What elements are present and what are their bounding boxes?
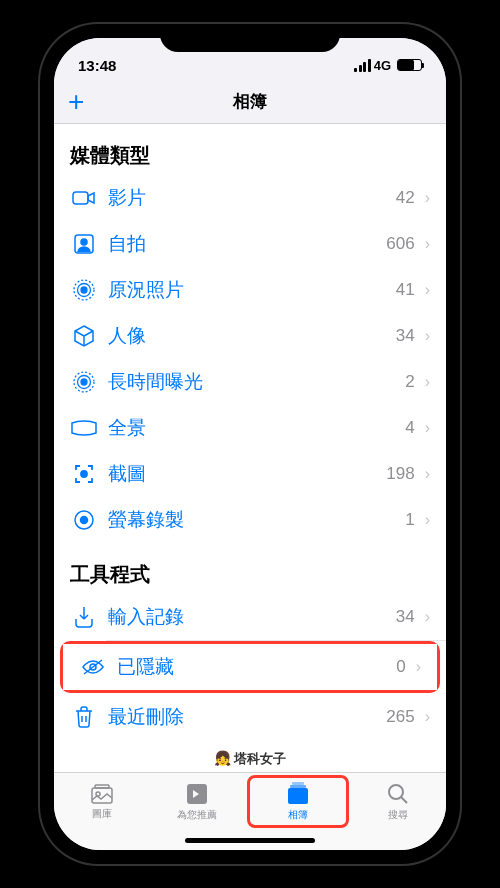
- phone-frame: 13:48 4G + 相簿 媒體類型 影片 42 › 自拍 606: [40, 24, 460, 864]
- chevron-right-icon: ›: [425, 608, 430, 626]
- section-header-utilities: 工具程式: [54, 543, 446, 594]
- notch: [160, 24, 340, 52]
- svg-rect-18: [288, 788, 308, 804]
- chevron-right-icon: ›: [425, 419, 430, 437]
- item-label: 截圖: [108, 461, 386, 487]
- chevron-right-icon: ›: [416, 658, 421, 676]
- svg-rect-0: [73, 192, 88, 204]
- tab-label: 相簿: [288, 808, 308, 822]
- media-item-videos[interactable]: 影片 42 ›: [54, 175, 446, 221]
- status-right: 4G: [354, 58, 422, 73]
- hidden-icon: [79, 658, 107, 676]
- item-label: 影片: [108, 185, 396, 211]
- panorama-icon: [70, 420, 98, 436]
- highlight-hidden: 已隱藏 0 ›: [60, 641, 440, 693]
- item-count: 4: [405, 418, 414, 438]
- item-count: 265: [386, 707, 414, 727]
- chevron-right-icon: ›: [425, 511, 430, 529]
- svg-rect-19: [290, 785, 306, 788]
- tab-foryou[interactable]: 為您推薦: [150, 773, 246, 830]
- watermark-icon: 👧: [214, 750, 231, 766]
- phone-screen: 13:48 4G + 相簿 媒體類型 影片 42 › 自拍 606: [54, 38, 446, 850]
- library-icon: [88, 783, 116, 805]
- albums-icon: [285, 782, 311, 806]
- item-count: 0: [396, 657, 405, 677]
- item-count: 2: [405, 372, 414, 392]
- add-button[interactable]: +: [68, 86, 84, 118]
- svg-line-22: [401, 797, 407, 803]
- nav-bar: + 相簿: [54, 80, 446, 124]
- chevron-right-icon: ›: [425, 327, 430, 345]
- item-label: 全景: [108, 415, 405, 441]
- item-label: 原況照片: [108, 277, 396, 303]
- item-count: 606: [386, 234, 414, 254]
- tab-library[interactable]: 圖庫: [54, 773, 150, 830]
- live-photo-icon: [70, 279, 98, 301]
- item-count: 34: [396, 326, 415, 346]
- svg-point-21: [389, 785, 403, 799]
- media-item-panorama[interactable]: 全景 4 ›: [54, 405, 446, 451]
- svg-point-11: [81, 517, 88, 524]
- item-count: 1: [405, 510, 414, 530]
- watermark-text: 塔科女子: [234, 751, 286, 766]
- item-count: 41: [396, 280, 415, 300]
- media-item-live[interactable]: 原況照片 41 ›: [54, 267, 446, 313]
- utility-item-deleted[interactable]: 最近刪除 265 ›: [54, 694, 446, 740]
- utility-item-hidden[interactable]: 已隱藏 0 ›: [63, 644, 437, 690]
- chevron-right-icon: ›: [425, 465, 430, 483]
- chevron-right-icon: ›: [425, 281, 430, 299]
- battery-icon: [397, 59, 422, 71]
- import-icon: [70, 606, 98, 628]
- media-item-screenrec[interactable]: 螢幕錄製 1 ›: [54, 497, 446, 543]
- search-icon: [386, 782, 410, 806]
- chevron-right-icon: ›: [425, 189, 430, 207]
- status-time: 13:48: [78, 57, 116, 74]
- item-label: 人像: [108, 323, 396, 349]
- video-icon: [70, 189, 98, 207]
- svg-point-9: [81, 471, 87, 477]
- section-header-media: 媒體類型: [54, 124, 446, 175]
- item-label: 自拍: [108, 231, 386, 257]
- tab-search[interactable]: 搜尋: [351, 773, 447, 830]
- svg-point-2: [81, 239, 87, 245]
- item-label: 輸入記錄: [108, 604, 396, 630]
- item-label: 已隱藏: [117, 654, 396, 680]
- tab-albums[interactable]: 相簿: [247, 775, 349, 828]
- utility-item-imports[interactable]: 輸入記錄 34 ›: [54, 594, 446, 640]
- trash-icon: [70, 706, 98, 728]
- item-label: 長時間曝光: [108, 369, 405, 395]
- network-label: 4G: [374, 58, 391, 73]
- chevron-right-icon: ›: [425, 373, 430, 391]
- svg-rect-15: [95, 785, 109, 788]
- item-label: 螢幕錄製: [108, 507, 405, 533]
- svg-point-3: [81, 287, 87, 293]
- svg-rect-20: [292, 782, 304, 785]
- long-exposure-icon: [70, 371, 98, 393]
- svg-line-13: [84, 660, 102, 674]
- watermark: 👧塔科女子: [54, 740, 446, 772]
- chevron-right-icon: ›: [425, 235, 430, 253]
- media-item-portrait[interactable]: 人像 34 ›: [54, 313, 446, 359]
- nav-title: 相簿: [233, 90, 267, 113]
- cube-icon: [70, 325, 98, 347]
- record-icon: [70, 509, 98, 531]
- tab-label: 圖庫: [92, 807, 112, 821]
- selfie-icon: [70, 234, 98, 254]
- signal-icon: [354, 59, 371, 72]
- screenshot-icon: [70, 463, 98, 485]
- home-indicator[interactable]: [185, 838, 315, 843]
- item-label: 最近刪除: [108, 704, 386, 730]
- item-count: 34: [396, 607, 415, 627]
- media-item-selfies[interactable]: 自拍 606 ›: [54, 221, 446, 267]
- media-item-screenshots[interactable]: 截圖 198 ›: [54, 451, 446, 497]
- svg-point-6: [81, 379, 87, 385]
- content-scroll[interactable]: 媒體類型 影片 42 › 自拍 606 › 原況照片 41 ›: [54, 124, 446, 772]
- tab-label: 搜尋: [388, 808, 408, 822]
- chevron-right-icon: ›: [425, 708, 430, 726]
- media-item-longexposure[interactable]: 長時間曝光 2 ›: [54, 359, 446, 405]
- item-count: 42: [396, 188, 415, 208]
- item-count: 198: [386, 464, 414, 484]
- foryou-icon: [185, 782, 209, 806]
- tab-label: 為您推薦: [177, 808, 217, 822]
